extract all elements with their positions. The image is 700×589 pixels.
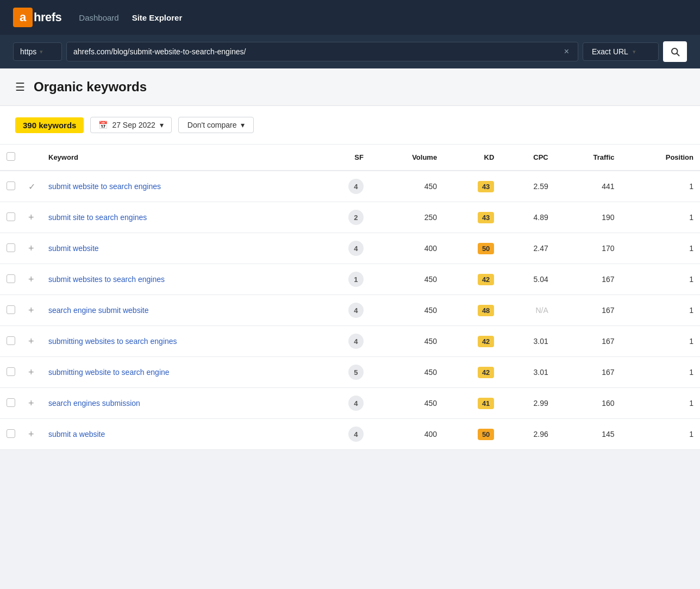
search-bar: https ▾ × Exact URL ▾	[0, 35, 700, 68]
row-checkbox[interactable]	[7, 305, 15, 314]
protocol-chevron-icon: ▾	[40, 48, 43, 55]
sf-badge: 5	[348, 365, 364, 380]
col-position[interactable]: Position	[621, 145, 701, 171]
row-checkbox[interactable]	[7, 181, 15, 190]
row-kd: 48	[443, 295, 501, 326]
row-action-cell[interactable]: +	[22, 357, 42, 388]
row-kd: 43	[443, 202, 501, 233]
row-checkbox-cell[interactable]	[0, 202, 22, 233]
row-keyword: search engines submission	[42, 388, 315, 419]
logo[interactable]: a hrefs	[13, 8, 61, 27]
row-checkbox-cell[interactable]	[0, 295, 22, 326]
row-keyword: submit website	[42, 233, 315, 264]
keyword-link[interactable]: search engines submission	[48, 399, 140, 408]
date-button[interactable]: 📅 27 Sep 2022 ▾	[90, 117, 171, 133]
row-checkbox-cell[interactable]	[0, 171, 22, 202]
url-clear-icon[interactable]: ×	[562, 45, 571, 59]
compare-button[interactable]: Don't compare ▾	[178, 117, 254, 133]
url-input[interactable]	[73, 42, 562, 61]
row-volume: 400	[370, 233, 443, 264]
table-row: + submitting websites to search engines …	[0, 326, 700, 357]
row-position: 1	[621, 202, 701, 233]
row-checkbox-cell[interactable]	[0, 357, 22, 388]
cpc-value: 3.01	[534, 337, 548, 346]
row-checkbox[interactable]	[7, 398, 15, 407]
col-cpc[interactable]: CPC	[501, 145, 554, 171]
sf-badge: 4	[348, 396, 364, 411]
cpc-value: 2.99	[534, 399, 548, 408]
row-checkbox[interactable]	[7, 336, 15, 345]
row-checkbox-cell[interactable]	[0, 419, 22, 450]
row-traffic: 170	[555, 233, 621, 264]
row-action-cell[interactable]: ✓	[22, 171, 42, 202]
row-position: 1	[621, 264, 701, 295]
mode-dropdown[interactable]: Exact URL ▾	[583, 42, 659, 61]
compare-chevron-icon: ▾	[241, 121, 245, 129]
row-action-cell[interactable]: +	[22, 233, 42, 264]
keyword-link[interactable]: submit site to search engines	[48, 213, 147, 222]
select-all-checkbox[interactable]	[7, 152, 15, 161]
row-volume: 450	[370, 264, 443, 295]
menu-icon[interactable]: ☰	[15, 80, 25, 93]
row-checkbox[interactable]	[7, 367, 15, 376]
col-sf[interactable]: SF	[315, 145, 370, 171]
protocol-dropdown[interactable]: https ▾	[13, 42, 62, 61]
plus-icon: +	[28, 429, 34, 440]
col-volume[interactable]: Volume	[370, 145, 443, 171]
filter-bar: 390 keywords 📅 27 Sep 2022 ▾ Don't compa…	[0, 106, 700, 145]
sf-badge: 4	[348, 303, 364, 318]
nav-site-explorer[interactable]: Site Explorer	[128, 11, 187, 24]
nav-dashboard[interactable]: Dashboard	[74, 11, 123, 24]
row-cpc: N/A	[501, 295, 554, 326]
row-action-cell[interactable]: +	[22, 326, 42, 357]
row-checkbox-cell[interactable]	[0, 264, 22, 295]
keyword-link[interactable]: submitting websites to search engines	[48, 337, 177, 346]
row-sf: 4	[315, 388, 370, 419]
row-checkbox[interactable]	[7, 274, 15, 283]
cpc-value: 5.04	[534, 275, 548, 284]
row-cpc: 3.01	[501, 326, 554, 357]
row-checkbox-cell[interactable]	[0, 388, 22, 419]
row-checkbox-cell[interactable]	[0, 233, 22, 264]
row-traffic: 145	[555, 419, 621, 450]
col-kd[interactable]: KD	[443, 145, 501, 171]
cpc-value: 4.89	[534, 213, 548, 222]
row-checkbox[interactable]	[7, 429, 15, 438]
cpc-value: 3.01	[534, 368, 548, 377]
keywords-table: Keyword SF Volume KD CPC Traffic Positio…	[0, 145, 700, 450]
row-traffic: 441	[555, 171, 621, 202]
keyword-link[interactable]: search engine submit website	[48, 306, 148, 315]
row-checkbox-cell[interactable]	[0, 326, 22, 357]
row-sf: 4	[315, 295, 370, 326]
page-header: ☰ Organic keywords	[0, 68, 700, 106]
row-checkbox[interactable]	[7, 212, 15, 221]
col-keyword[interactable]: Keyword	[42, 145, 315, 171]
page-title: Organic keywords	[34, 79, 147, 95]
row-kd: 50	[443, 419, 501, 450]
keyword-link[interactable]: submit websites to search engines	[48, 275, 165, 284]
kd-badge: 41	[478, 398, 494, 409]
row-action-cell[interactable]: +	[22, 419, 42, 450]
checkmark-icon: ✓	[28, 182, 35, 191]
keyword-link[interactable]: submit website to search engines	[48, 182, 161, 191]
row-action-cell[interactable]: +	[22, 388, 42, 419]
row-volume: 450	[370, 295, 443, 326]
row-action-cell[interactable]: +	[22, 264, 42, 295]
row-traffic: 167	[555, 295, 621, 326]
select-all-header[interactable]	[0, 145, 22, 171]
row-action-cell[interactable]: +	[22, 295, 42, 326]
keyword-link[interactable]: submitting website to search engine	[48, 368, 170, 377]
row-action-cell[interactable]: +	[22, 202, 42, 233]
row-checkbox[interactable]	[7, 243, 15, 252]
sf-badge: 4	[348, 427, 364, 442]
table-row: ✓ submit website to search engines 4 450…	[0, 171, 700, 202]
table-row: + search engine submit website 4 450 48 …	[0, 295, 700, 326]
search-button[interactable]	[663, 41, 687, 62]
row-volume: 250	[370, 202, 443, 233]
keyword-link[interactable]: submit a website	[48, 430, 105, 438]
keyword-link[interactable]: submit website	[48, 244, 99, 253]
keywords-badge: 390 keywords	[15, 117, 84, 133]
col-traffic[interactable]: Traffic	[555, 145, 621, 171]
table-row: + submit site to search engines 2 250 43…	[0, 202, 700, 233]
row-sf: 2	[315, 202, 370, 233]
